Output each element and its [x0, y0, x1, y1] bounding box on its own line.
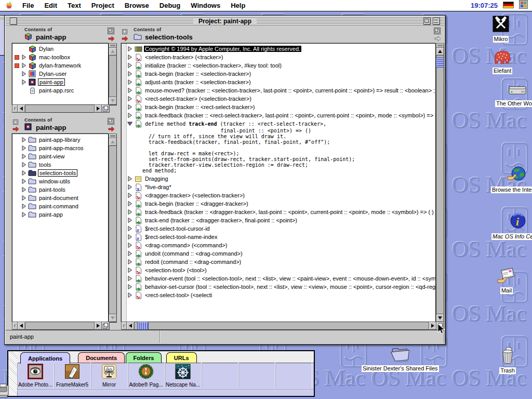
netscape-icon: [175, 364, 191, 381]
browser-row[interactable]: track-end (tracker :: <dragger-tracker>,…: [127, 216, 435, 224]
browser-row[interactable]: track-feedback (tracker :: <dragger-trac…: [127, 208, 435, 216]
scroll-up-button[interactable]: [109, 138, 117, 146]
scroll-thumb[interactable]: [436, 57, 444, 68]
scroll-down-button[interactable]: [436, 314, 444, 322]
desktop-icon-info[interactable]: iMac OS Info Center: [491, 212, 532, 240]
desktop-icon-elephant[interactable]: Elefant: [493, 49, 512, 74]
browser-row[interactable]: track-begin (tracker :: <dragger-tracker…: [127, 200, 435, 208]
launcher-drag-strip[interactable]: [8, 351, 18, 396]
tree-item-paint-app[interactable]: paint-app: [12, 78, 109, 86]
browser-row[interactable]: redoit (command :: <drag-command>): [127, 258, 435, 266]
menu-text[interactable]: Text: [62, 2, 86, 9]
tree-item-paint-app[interactable]: paint-app: [12, 210, 109, 219]
launcher-item-netscape[interactable]: Netscape Na...: [165, 363, 202, 388]
browser-row[interactable]: #$rect-select-tool-name-index: [127, 233, 435, 241]
browser-row[interactable]: track-begin (tracker :: <selection-track…: [127, 70, 435, 78]
browser-row[interactable]: initialize (tracker :: <selection-tracke…: [127, 61, 435, 70]
vertical-scrollbar[interactable]: [109, 134, 117, 323]
desktop-icon-globe[interactable]: Browse the Internet: [491, 165, 532, 193]
browse-forward-arrow[interactable]: [108, 34, 115, 44]
tree-item-tools[interactable]: tools: [12, 161, 109, 169]
browser-row[interactable]: <selection-tool> (<tool>): [127, 266, 435, 274]
launcher-tab-applications[interactable]: Applications: [20, 352, 70, 364]
pane-resize-button[interactable]: [101, 104, 110, 113]
browse-back-arrow[interactable]: [12, 125, 19, 134]
horizontal-scrollbar[interactable]: Γ: [12, 322, 102, 330]
browser-row[interactable]: behavior-event (tool :: <selection-tool>…: [127, 274, 435, 283]
tree-item-paint-command[interactable]: paint-command: [12, 202, 109, 210]
browser-row[interactable]: mouse-moved? (tracker :: <selection-trac…: [127, 86, 435, 95]
browser-row[interactable]: track-begin (tracker :: <rect-select-tra…: [127, 103, 435, 111]
collapse-box[interactable]: [433, 18, 440, 25]
horizontal-scrollbar[interactable]: Γ: [12, 104, 102, 113]
menu-edit[interactable]: Edit: [39, 2, 62, 9]
tree-item-paint-app.rsrc[interactable]: paint-app.rsrc: [12, 86, 109, 95]
pane-resize-button[interactable]: [101, 322, 110, 330]
tree-item-mac-toolbox[interactable]: mac-toolbox: [12, 53, 109, 61]
tree-item-paint-app-library[interactable]: paint-app-library: [12, 136, 109, 144]
desktop-icon-trash[interactable]: Trash: [498, 346, 517, 374]
browser-row[interactable]: adjust-ants (tracker :: <selection-track…: [127, 78, 435, 86]
scroll-thumb[interactable]: [137, 322, 149, 330]
scroll-left-button[interactable]: [17, 104, 25, 113]
tree-item-selection-tools[interactable]: selection-tools: [12, 169, 109, 177]
menu-project[interactable]: Project: [86, 2, 119, 9]
menu-file[interactable]: File: [17, 2, 39, 9]
desktop-icon-drive[interactable]: The Other World: [495, 82, 532, 107]
browser-row[interactable]: <selection-tracker> (<tracker>): [127, 53, 435, 61]
browse-forward-arrow[interactable]: [434, 34, 441, 44]
browser-row[interactable]: #$rect-select-tool-cursor-id: [127, 224, 435, 233]
browser-row[interactable]: Copyright © 1994 by Apple Computer, Inc.…: [127, 45, 435, 53]
menu-browse[interactable]: Browse: [119, 2, 154, 9]
browser-row[interactable]: track-feedback (tracker :: <rect-select-…: [127, 111, 435, 119]
tree-item-window-utils[interactable]: window-utils: [12, 177, 109, 185]
browse-forward-arrow[interactable]: [108, 125, 115, 134]
scroll-up-button[interactable]: [436, 47, 444, 56]
scroll-left-button[interactable]: [126, 322, 135, 330]
scroll-up-button[interactable]: [109, 47, 117, 56]
tree-item-Dylan[interactable]: Dylan: [12, 45, 109, 53]
launcher-tab-documents[interactable]: Documents: [78, 352, 125, 363]
menu-windows[interactable]: Windows: [185, 2, 225, 9]
menu-help[interactable]: Help: [225, 2, 250, 9]
tree-item-Dylan-user[interactable]: Dylan-user: [12, 70, 109, 78]
desktop-icon-mail[interactable]: Mail: [497, 267, 516, 294]
scroll-down-button[interactable]: [109, 97, 117, 105]
browser-row[interactable]: <rect-select-tracker> (<selection-tracke…: [127, 95, 435, 103]
tree-item-paint-tools[interactable]: paint-tools: [12, 185, 109, 194]
german-flag-icon[interactable]: [503, 1, 514, 10]
browser-row[interactable]: Dragging: [127, 175, 435, 183]
scroll-down-button[interactable]: [109, 314, 117, 322]
apple-menu-icon[interactable]: [0, 1, 17, 10]
tree-item-dylan-framework[interactable]: dylan-framework: [12, 61, 109, 70]
desktop-icon-open-folder[interactable]: Sinister Dexter's Shared Files: [362, 344, 439, 372]
printer-icon[interactable]: [0, 383, 9, 399]
browser-row[interactable]: <rect-select-tool> (<selecti: [127, 291, 435, 299]
browser-row[interactable]: <dragger-tracker> (<selection-tracker>): [127, 191, 435, 200]
tree-item-paint-app-macros[interactable]: paint-app-macros: [12, 144, 109, 152]
vertical-scrollbar[interactable]: [436, 43, 444, 323]
launcher-item-mirror[interactable]: Mirror: [91, 363, 128, 388]
title-bar[interactable]: Project: paint-app: [6, 17, 444, 25]
tree-item-paint-document[interactable]: paint-document: [12, 194, 109, 202]
launcher-item-pagemill[interactable]: Adobe® Pag...: [128, 363, 165, 388]
launcher-tab-folders[interactable]: Folders: [126, 352, 162, 363]
vertical-scrollbar[interactable]: [109, 43, 117, 105]
launcher-item-framemaker[interactable]: FrameMaker5: [54, 363, 91, 388]
browse-back-arrow[interactable]: [122, 34, 128, 44]
browser-row[interactable]: behavior-set-cursor (tool :: <selection-…: [127, 283, 435, 291]
zoom-box[interactable]: [423, 18, 431, 25]
menu-debug[interactable]: Debug: [154, 2, 185, 9]
browser-row[interactable]: undoit (command :: <drag-command>): [127, 249, 435, 258]
method-icon: [134, 120, 142, 128]
launcher-item-photoshop[interactable]: Adobe Photo...: [17, 363, 54, 388]
launcher-tab-urls[interactable]: URLs: [166, 352, 197, 363]
browser-row-expanded[interactable]: define method track-end (tracker :: <rec…: [127, 119, 435, 128]
scroll-left-button[interactable]: [17, 322, 25, 330]
horizontal-scrollbar[interactable]: Γ: [121, 322, 437, 330]
application-switcher-icon[interactable]: [519, 0, 528, 11]
tree-item-paint-view[interactable]: paint-view: [12, 152, 109, 161]
desktop-icon-hammers[interactable]: Mikro: [491, 15, 510, 43]
browser-row[interactable]: x*live-drag*: [127, 183, 435, 191]
browser-row[interactable]: <drag-command> (<command>): [127, 241, 435, 249]
